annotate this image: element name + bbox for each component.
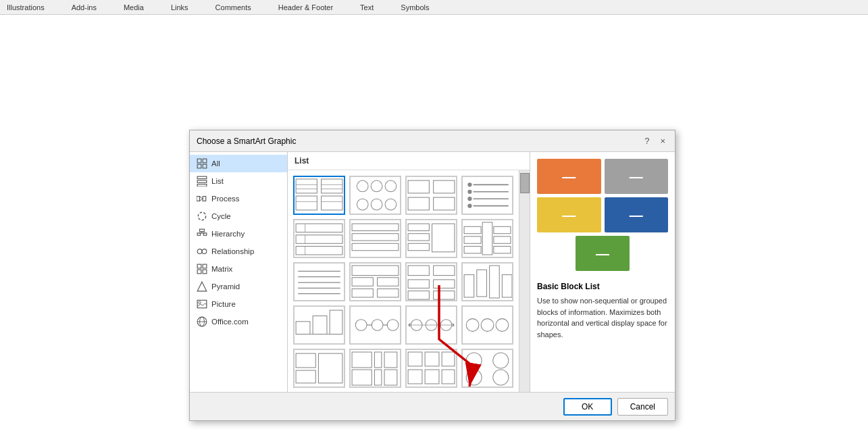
svg-rect-95 [502,275,512,297]
svg-point-52 [467,182,471,186]
center-scroll-wrapper [288,170,530,392]
svg-rect-45 [434,180,455,193]
sidebar-item-list[interactable]: List [190,172,287,190]
sidebar-item-picture[interactable]: Picture [190,295,287,313]
svg-rect-117 [318,353,342,383]
block-minus-5: — [596,247,609,260]
svg-point-39 [371,180,382,192]
menu-header-footer[interactable]: Header & Footer [278,3,333,11]
svg-rect-11 [200,229,205,231]
thumb-2[interactable] [349,176,401,215]
dialog-close-button[interactable]: × [657,136,668,146]
svg-point-130 [466,353,482,368]
svg-rect-3 [203,164,207,168]
menu-symbols[interactable]: Symbols [401,3,429,11]
sidebar-item-pyramid[interactable]: Pyramid [190,278,287,295]
thumb-12[interactable] [461,262,513,301]
all-icon [197,158,207,169]
center-scrollbar[interactable] [519,170,530,392]
svg-point-17 [202,249,207,254]
thumb-17[interactable] [293,349,345,388]
thumb-15[interactable] [405,305,457,345]
thumb-14[interactable] [349,305,401,345]
svg-rect-85 [378,289,399,297]
svg-rect-123 [384,370,397,385]
sidebar-item-matrix[interactable]: Matrix [190,260,287,278]
sidebar-item-pyramid-label: Pyramid [211,282,240,291]
svg-point-132 [466,370,482,385]
dialog-titlebar: Choose a SmartArt Graphic ? × [190,130,675,152]
preview-block-blue: — [605,197,669,232]
menu-links[interactable]: Links [171,3,188,11]
svg-rect-7 [197,197,200,201]
thumb-basic-block-list[interactable] [293,176,345,215]
sidebar-item-process-label: Process [211,195,240,203]
svg-rect-31 [322,179,342,193]
dialog-help-button[interactable]: ? [642,136,652,146]
office-icon [197,316,207,327]
svg-rect-47 [434,197,455,210]
ok-button[interactable]: OK [563,398,612,416]
sidebar-item-relationship[interactable]: Relationship [190,243,287,260]
thumb-6[interactable] [349,219,401,258]
list-icon [197,176,207,186]
svg-point-113 [481,319,494,332]
svg-point-102 [372,320,383,331]
thumb-18[interactable] [349,349,401,388]
dialog-controls: ? × [642,136,668,146]
sidebar: All List Process [190,152,288,392]
menu-illustrations[interactable]: Illustrations [7,3,45,11]
thumb-19[interactable] [405,349,457,388]
preview-title: Basic Block List [537,282,668,291]
svg-rect-120 [384,352,397,368]
menu-comments[interactable]: Comments [215,3,251,11]
svg-point-42 [371,199,382,210]
center-header-title: List [295,156,309,166]
cancel-button[interactable]: Cancel [617,398,668,416]
sidebar-item-cycle-label: Cycle [211,212,231,220]
menu-addins[interactable]: Add-ins [72,3,97,11]
svg-point-24 [199,301,201,303]
sidebar-item-matrix-label: Matrix [211,265,232,273]
thumb-11[interactable] [405,262,457,301]
sidebar-item-process[interactable]: Process [190,190,287,207]
thumb-9[interactable] [293,262,345,301]
svg-rect-89 [434,280,455,289]
thumb-5[interactable] [293,219,345,258]
svg-rect-0 [197,159,201,163]
sidebar-item-cycle[interactable]: Cycle [190,207,287,225]
dialog-footer: OK Cancel [190,392,675,420]
thumb-20[interactable] [461,349,513,388]
menu-text[interactable]: Text [360,3,374,11]
sidebar-item-office[interactable]: Office.com [190,313,287,330]
preview-block-gray: — [605,159,669,194]
preview-block-green: — [576,236,630,271]
svg-rect-122 [374,370,381,385]
thumb-4[interactable] [461,176,513,215]
svg-rect-81 [352,266,399,276]
sidebar-item-hierarchy-label: Hierarchy [211,230,245,238]
preview-block-orange: — [537,159,601,194]
svg-rect-92 [464,275,474,297]
thumb-7[interactable] [405,219,457,258]
thumb-10[interactable] [349,262,401,301]
thumb-13[interactable] [293,305,345,345]
thumb-16[interactable] [461,305,513,345]
block-minus-1: — [562,170,576,183]
thumb-3[interactable] [405,176,457,215]
thumbnails-grid [288,170,519,392]
document-area: Choose a SmartArt Graphic ? × All [0,15,868,448]
svg-rect-34 [296,196,317,210]
svg-marker-22 [197,282,207,291]
svg-rect-64 [352,243,399,250]
scroll-thumb [520,173,530,193]
thumbnails-scroll[interactable] [288,170,519,392]
svg-point-38 [357,180,368,192]
thumb-8[interactable] [461,219,513,258]
svg-rect-87 [434,266,455,276]
menu-media[interactable]: Media [124,3,144,11]
sidebar-item-all[interactable]: All [190,155,287,172]
svg-rect-63 [352,234,399,241]
svg-rect-58 [296,246,342,255]
sidebar-item-hierarchy[interactable]: Hierarchy [190,225,287,243]
